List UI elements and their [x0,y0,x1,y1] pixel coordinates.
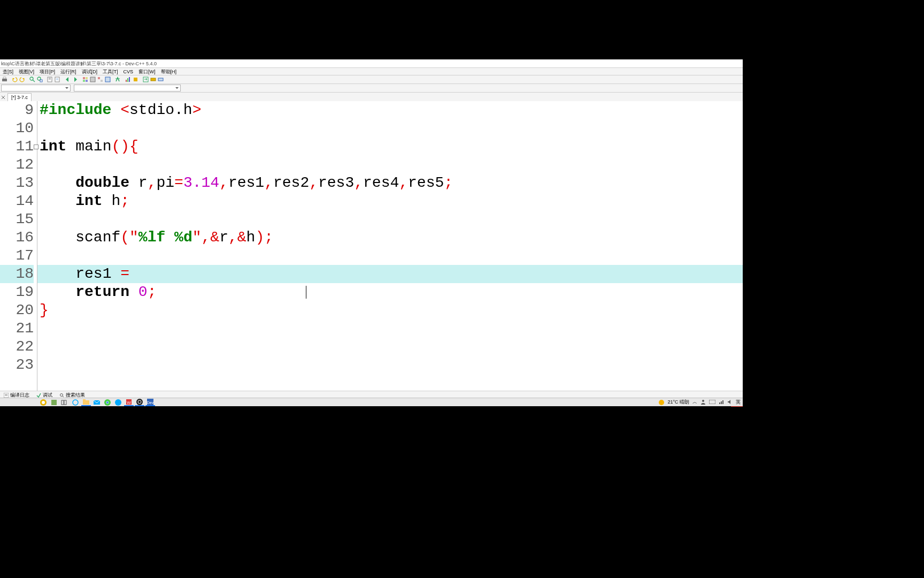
start-button[interactable] [38,399,48,406]
taskbar-app-1[interactable] [49,399,59,406]
compiler-combo-row [0,84,743,93]
menu-cvs[interactable]: CVS [121,68,136,75]
debug-toggle-icon[interactable] [114,76,121,83]
weather-text[interactable]: 21°C 晴朗 [667,399,689,406]
line-number: 12 [0,156,34,174]
line-number: 9 [0,101,34,119]
people-icon[interactable] [700,399,706,406]
line-number: 10 [0,119,34,138]
task-view-icon[interactable] [60,399,70,406]
chrome-icon[interactable] [103,399,112,406]
line-number: 19 [0,283,34,301]
profile-icon[interactable] [125,76,132,83]
comment-icon[interactable] [150,76,157,83]
code-line[interactable] [37,119,743,138]
code-line[interactable] [37,320,743,338]
mail-icon[interactable] [92,399,102,406]
line-number: 15 [0,210,34,229]
svg-point-32 [60,393,63,396]
compile-icon[interactable] [82,76,89,83]
menu-bar[interactable]: 查[S] 视图[V] 项目[P] 运行[R] 调试[D] 工具[T] CVS 窗… [0,68,743,75]
svg-rect-38 [61,400,64,405]
weather-icon[interactable] [659,400,664,405]
code-line[interactable] [37,156,743,174]
taskbar[interactable]: W Dev 21°C 晴朗 ︿ 英 [0,398,743,406]
compile-run-icon[interactable] [97,76,104,83]
network-icon[interactable] [719,399,724,406]
code-line[interactable] [37,210,743,229]
menu-run[interactable]: 运行[R] [58,68,79,75]
ime-tray-text[interactable]: 英 [736,399,741,406]
new-project-icon[interactable] [54,76,61,83]
svg-point-36 [42,401,45,404]
wps-icon[interactable]: W [124,399,134,406]
svg-rect-15 [90,77,95,82]
line-number: 16 [0,229,34,247]
svg-rect-18 [105,77,110,82]
svg-rect-20 [126,80,127,82]
tray-chevron-up-icon[interactable]: ︿ [692,399,697,406]
stop-exec-icon[interactable] [132,76,139,83]
menu-tools[interactable]: 工具[T] [100,68,121,75]
svg-point-47 [115,399,121,406]
menu-window[interactable]: 窗口[W] [136,68,158,75]
menu-debug[interactable]: 调试[D] [79,68,101,75]
code-area[interactable]: #include <stdio.h>int main(){ double r,p… [37,101,743,391]
replace-icon[interactable] [36,76,43,83]
rebuild-icon[interactable] [104,76,111,83]
code-line[interactable]: #include <stdio.h> [37,101,743,119]
volume-icon[interactable] [727,399,733,406]
editor-tabstrip: [*] 3-7.c [0,93,743,101]
new-source-icon[interactable] [47,76,53,83]
code-line[interactable] [37,338,743,356]
svg-rect-58 [722,400,723,404]
title-bar: ktop\C语言教材\谭老第五版\编程题讲解\第三章\3-7\3-7.c - D… [0,59,743,68]
menu-search[interactable]: 查[S] [0,68,16,75]
code-line[interactable]: } [37,301,743,320]
menu-help[interactable]: 帮助[H] [158,68,180,75]
code-line[interactable] [37,247,743,265]
code-line[interactable]: int h; [37,192,743,210]
devcpp-icon[interactable]: Dev [145,399,155,406]
nav-back-icon[interactable] [64,76,71,83]
svg-rect-21 [127,78,128,82]
text-caret [306,286,306,299]
svg-point-40 [73,400,78,405]
fold-toggle-icon[interactable] [34,138,38,156]
redo-icon[interactable] [19,76,26,83]
file-explorer-icon[interactable] [81,399,91,406]
code-editor[interactable]: 91011121314151617181920212223 #include <… [0,101,743,391]
keyboard-icon[interactable] [709,400,715,405]
uncomment-icon[interactable] [157,76,164,83]
goto-icon[interactable] [142,76,149,83]
code-line[interactable]: return 0; [37,283,743,301]
config-select[interactable] [74,85,181,92]
close-tab-button[interactable] [0,94,6,101]
cortana-icon[interactable] [71,399,80,406]
undo-icon[interactable] [11,76,18,83]
system-tray[interactable]: 21°C 晴朗 ︿ 英 [659,399,743,406]
code-line[interactable]: scanf("%lf %d",&r,&h); [37,229,743,247]
compiler-select[interactable] [1,85,71,92]
svg-rect-23 [134,78,137,81]
svg-rect-12 [86,77,88,79]
print-icon[interactable] [1,76,8,83]
taskbar-apps: W Dev [0,399,155,406]
run-icon[interactable] [89,76,96,83]
nav-forward-icon[interactable] [72,76,79,83]
edge-icon[interactable] [113,399,123,406]
line-number: 22 [0,338,34,356]
check-icon [36,392,41,398]
code-line[interactable]: double r,pi=3.14,res1,res2,res3,res4,res… [37,174,743,192]
menu-project[interactable]: 项目[P] [37,68,58,75]
menu-view[interactable]: 视图[V] [16,68,37,75]
obs-icon[interactable] [135,399,144,406]
find-icon[interactable] [29,76,36,83]
code-line[interactable] [37,356,743,374]
tab-file[interactable]: [*] 3-7.c [7,93,32,101]
code-line[interactable]: res1 = [37,265,743,283]
svg-rect-14 [86,80,88,82]
ide-window: ktop\C语言教材\谭老第五版\编程题讲解\第三章\3-7\3-7.c - D… [0,59,743,406]
line-number: 20 [0,301,34,320]
code-line[interactable]: int main(){ [37,138,743,156]
